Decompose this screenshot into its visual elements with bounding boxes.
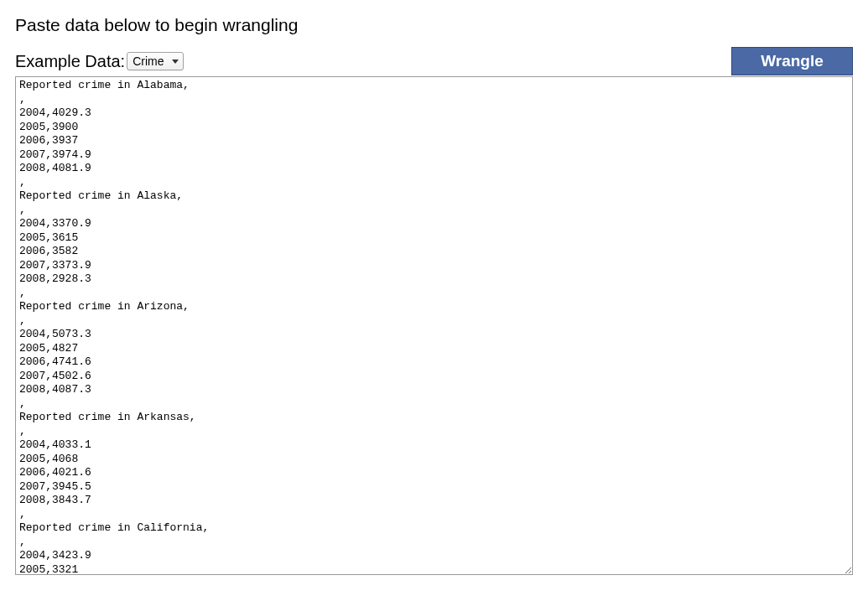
example-data-dropdown-wrap: Crime xyxy=(127,52,184,70)
example-data-dropdown[interactable]: Crime xyxy=(127,52,184,70)
data-paste-textarea[interactable] xyxy=(15,76,853,575)
wrangle-button[interactable]: Wrangle xyxy=(731,47,853,75)
example-data-label: Example Data: xyxy=(15,52,125,71)
left-controls: Example Data: Crime xyxy=(15,52,184,71)
controls-row: Example Data: Crime Wrangle xyxy=(15,47,853,75)
page-title: Paste data below to begin wrangling xyxy=(15,15,853,35)
